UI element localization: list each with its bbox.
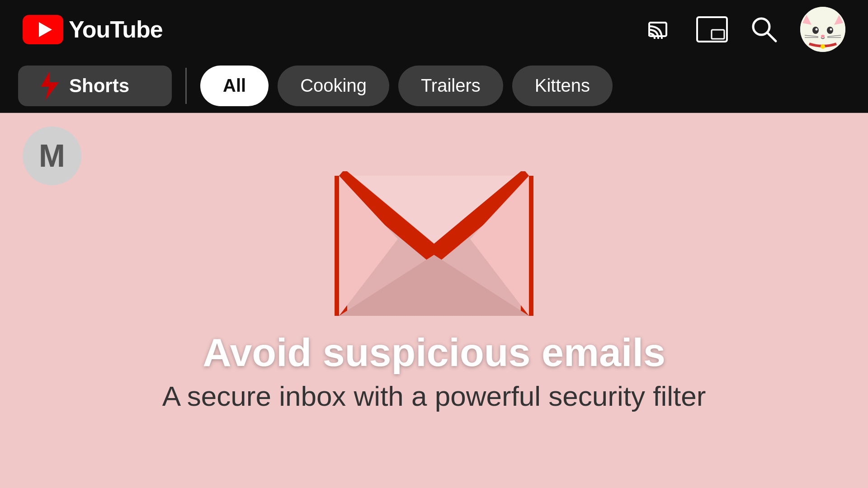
gmail-icon — [335, 171, 533, 320]
svg-point-16 — [830, 28, 832, 31]
header-icons — [647, 7, 845, 52]
filter-bar: Shorts All Cooking Trailers Kittens — [0, 59, 868, 113]
miniplayer-icon[interactable] — [696, 16, 728, 42]
shorts-icon — [36, 71, 61, 100]
search-icon[interactable] — [750, 16, 778, 43]
youtube-logo-text: YouTube — [69, 16, 163, 43]
shorts-button[interactable]: Shorts — [18, 66, 172, 106]
logo-area: YouTube — [23, 15, 163, 44]
filter-bar-divider — [185, 68, 187, 104]
svg-point-13 — [812, 27, 819, 34]
user-avatar[interactable] — [800, 7, 845, 52]
filter-chip-kittens[interactable]: Kittens — [512, 66, 613, 106]
svg-point-14 — [827, 27, 833, 34]
filter-chip-trailers[interactable]: Trailers — [398, 66, 503, 106]
filter-chip-cooking[interactable]: Cooking — [278, 66, 389, 106]
svg-point-15 — [816, 28, 818, 31]
youtube-logo-icon[interactable] — [23, 15, 63, 44]
svg-line-7 — [767, 33, 776, 41]
svg-marker-23 — [41, 71, 59, 100]
content-area: M Avoid suspicious e — [0, 113, 868, 488]
gmail-icon-container — [335, 171, 533, 320]
channel-avatar: M — [23, 127, 81, 185]
video-thumbnail[interactable]: M Avoid suspicious e — [0, 113, 868, 488]
svg-rect-5 — [712, 30, 724, 39]
svg-point-22 — [821, 44, 825, 49]
header: YouTube — [0, 0, 868, 59]
video-subtitle: A secure inbox with a powerful security … — [162, 380, 706, 412]
filter-chip-all[interactable]: All — [200, 66, 269, 106]
cast-icon[interactable] — [647, 16, 674, 42]
video-title: Avoid suspicious emails — [203, 329, 665, 375]
svg-point-17 — [821, 35, 825, 38]
shorts-button-label: Shorts — [69, 75, 129, 97]
